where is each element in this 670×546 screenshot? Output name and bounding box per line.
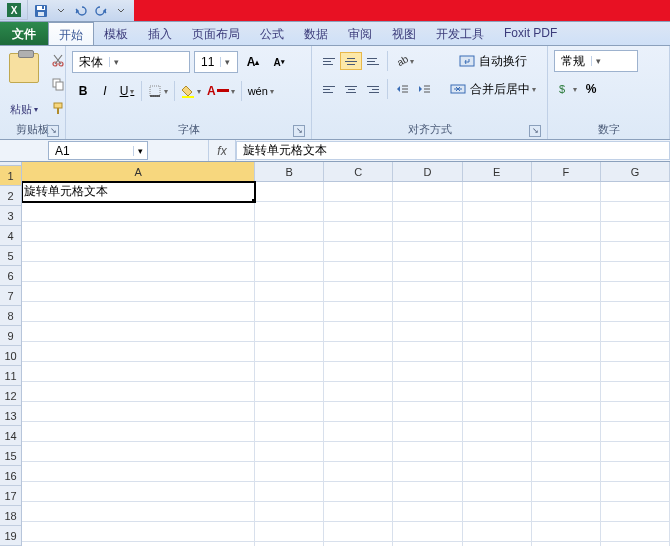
qat-dropdown-icon[interactable] <box>52 2 70 20</box>
cell[interactable] <box>532 262 601 282</box>
cell[interactable] <box>255 542 324 546</box>
cell[interactable] <box>324 482 393 502</box>
row-header[interactable]: 17 <box>0 486 21 506</box>
cell[interactable] <box>532 242 601 262</box>
cell[interactable] <box>601 222 670 242</box>
align-bottom-icon[interactable] <box>362 52 384 70</box>
cell[interactable] <box>255 362 324 382</box>
row-header[interactable]: 4 <box>0 226 21 246</box>
cell[interactable] <box>22 302 255 322</box>
cell[interactable] <box>532 322 601 342</box>
cell[interactable] <box>324 402 393 422</box>
cut-icon[interactable] <box>48 50 68 70</box>
cell[interactable] <box>255 462 324 482</box>
tab-home[interactable]: 开始 <box>48 22 94 45</box>
cell[interactable] <box>463 542 532 546</box>
font-color-button[interactable]: A▾ <box>204 80 238 102</box>
name-box[interactable]: A1▾ <box>48 141 148 160</box>
cell[interactable] <box>22 222 255 242</box>
cell[interactable] <box>324 462 393 482</box>
cell[interactable] <box>22 442 255 462</box>
qat-customize-icon[interactable] <box>112 2 130 20</box>
cell[interactable] <box>324 322 393 342</box>
cell[interactable] <box>255 282 324 302</box>
number-format-combo[interactable]: 常规▾ <box>554 50 638 72</box>
cell[interactable] <box>22 202 255 222</box>
column-header[interactable]: C <box>324 162 393 181</box>
cell[interactable] <box>393 342 462 362</box>
fill-color-button[interactable]: ▾ <box>178 80 204 102</box>
cell[interactable] <box>463 202 532 222</box>
cell[interactable] <box>22 282 255 302</box>
cell[interactable] <box>22 242 255 262</box>
cell[interactable] <box>324 282 393 302</box>
cell[interactable] <box>393 222 462 242</box>
cell[interactable] <box>463 382 532 402</box>
cell[interactable] <box>255 382 324 402</box>
cell[interactable] <box>324 442 393 462</box>
column-header[interactable]: E <box>463 162 532 181</box>
column-header[interactable]: D <box>393 162 462 181</box>
cell[interactable] <box>463 242 532 262</box>
tab-review[interactable]: 审阅 <box>338 22 382 45</box>
row-header[interactable]: 7 <box>0 286 21 306</box>
cell[interactable] <box>463 282 532 302</box>
row-header[interactable]: 3 <box>0 206 21 226</box>
row-header[interactable]: 5 <box>0 246 21 266</box>
cell[interactable] <box>532 302 601 322</box>
cell[interactable] <box>601 542 670 546</box>
cell[interactable] <box>393 302 462 322</box>
cell[interactable] <box>255 242 324 262</box>
cell[interactable] <box>463 342 532 362</box>
cell[interactable] <box>255 222 324 242</box>
copy-icon[interactable] <box>48 74 68 94</box>
cell[interactable] <box>463 222 532 242</box>
chevron-down-icon[interactable]: ▾ <box>109 57 123 67</box>
cell[interactable] <box>22 482 255 502</box>
cell[interactable] <box>532 382 601 402</box>
column-header[interactable]: A <box>22 162 255 181</box>
cell[interactable] <box>532 342 601 362</box>
wrap-text-button[interactable]: 自动换行 <box>445 50 541 72</box>
row-header[interactable]: 1 <box>0 166 21 186</box>
row-header[interactable]: 19 <box>0 526 21 546</box>
cell[interactable] <box>532 362 601 382</box>
cell[interactable] <box>393 262 462 282</box>
cell[interactable] <box>22 362 255 382</box>
cell[interactable] <box>255 522 324 542</box>
cell[interactable] <box>393 422 462 442</box>
cell[interactable] <box>255 482 324 502</box>
cell[interactable] <box>532 462 601 482</box>
cell[interactable] <box>22 462 255 482</box>
cell[interactable] <box>463 422 532 442</box>
cell[interactable] <box>532 282 601 302</box>
tab-template[interactable]: 模板 <box>94 22 138 45</box>
border-button[interactable]: ▾ <box>145 80 171 102</box>
cell[interactable] <box>393 502 462 522</box>
cell[interactable] <box>601 322 670 342</box>
cell[interactable] <box>601 182 670 202</box>
cell[interactable] <box>393 242 462 262</box>
row-header[interactable]: 18 <box>0 506 21 526</box>
cell[interactable] <box>393 202 462 222</box>
currency-button[interactable]: $▾ <box>554 78 580 100</box>
cell[interactable] <box>601 442 670 462</box>
column-header[interactable]: B <box>255 162 324 181</box>
align-middle-icon[interactable] <box>340 52 362 70</box>
cell[interactable] <box>255 342 324 362</box>
column-header[interactable]: G <box>601 162 670 181</box>
cell[interactable] <box>532 542 601 546</box>
cell[interactable] <box>393 322 462 342</box>
row-header[interactable]: 2 <box>0 186 21 206</box>
cell[interactable] <box>463 402 532 422</box>
cell[interactable] <box>532 402 601 422</box>
cell[interactable] <box>532 502 601 522</box>
cell[interactable] <box>255 402 324 422</box>
cell[interactable] <box>22 522 255 542</box>
app-icon[interactable]: X <box>0 0 28 20</box>
clipboard-launcher-icon[interactable]: ↘ <box>47 125 59 137</box>
cell[interactable] <box>324 302 393 322</box>
cell[interactable] <box>255 182 324 202</box>
cell[interactable] <box>601 482 670 502</box>
decrease-indent-icon[interactable] <box>391 78 413 100</box>
